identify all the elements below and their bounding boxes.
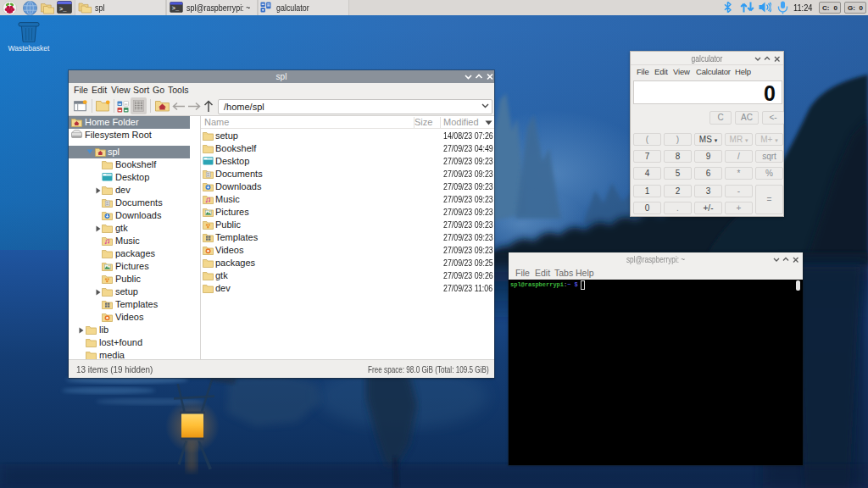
svg-text:>_: >_ [172, 5, 180, 12]
svg-text:>_: >_ [59, 6, 67, 13]
